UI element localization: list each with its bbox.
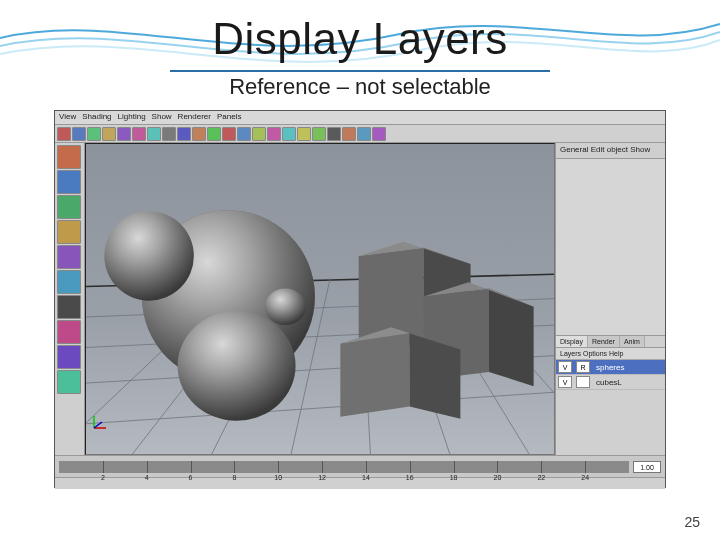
tool-button-5[interactable] (57, 270, 81, 294)
timeline-tick (366, 461, 367, 473)
shelf-button-8[interactable] (177, 127, 191, 141)
shelf-button-13[interactable] (252, 127, 266, 141)
timeline-tick-label: 14 (362, 474, 370, 481)
tab-display[interactable]: Display (556, 336, 588, 347)
timeline-tick (147, 461, 148, 473)
shelf-button-9[interactable] (192, 127, 206, 141)
axis-gizmo (90, 412, 110, 432)
svg-line-30 (94, 422, 102, 428)
timeline-tick (191, 461, 192, 473)
timeline-tick (322, 461, 323, 473)
layer-editor: Display Render Anim Layers Options Help … (556, 335, 665, 455)
shelf-button-6[interactable] (147, 127, 161, 141)
timeline-tick-label: 12 (318, 474, 326, 481)
svg-point-17 (178, 311, 296, 421)
menu-show[interactable]: Show (152, 112, 172, 123)
timeline-tick (454, 461, 455, 473)
timeline-tick-label: 8 (232, 474, 236, 481)
viewport-grid (86, 144, 554, 455)
shelf-button-18[interactable] (327, 127, 341, 141)
layer-reference-toggle[interactable] (576, 376, 590, 388)
shelf-bar (55, 125, 665, 143)
shelf-button-14[interactable] (267, 127, 281, 141)
layer-options-menu[interactable]: Layers Options Help (556, 348, 665, 360)
timeline-tick-label: 16 (406, 474, 414, 481)
shelf-button-10[interactable] (207, 127, 221, 141)
time-slider[interactable]: 24681012141618202224 1.00 (55, 455, 665, 477)
slide-subtitle: Reference – not selectable (0, 74, 720, 100)
shelf-button-1[interactable] (72, 127, 86, 141)
viewport-persp[interactable] (85, 143, 555, 455)
timeline-tick (541, 461, 542, 473)
timeline-tick-label: 18 (450, 474, 458, 481)
timeline-tick-label: 6 (189, 474, 193, 481)
tab-anim[interactable]: Anim (620, 336, 645, 347)
shelf-button-16[interactable] (297, 127, 311, 141)
timeline-tick (497, 461, 498, 473)
svg-point-18 (265, 288, 306, 325)
title-underline (170, 70, 550, 72)
channel-box-panel: General Edit object Show Display Render … (555, 143, 665, 455)
timeline-tick-label: 4 (145, 474, 149, 481)
maya-window: View Shading Lighting Show Renderer Pane… (54, 110, 666, 488)
shelf-button-19[interactable] (342, 127, 356, 141)
timeline-tick (278, 461, 279, 473)
tool-button-1[interactable] (57, 170, 81, 194)
tool-button-6[interactable] (57, 295, 81, 319)
layer-row-spheres[interactable]: V R spheres (556, 360, 665, 375)
timeline-tick (103, 461, 104, 473)
layer-row-cubes[interactable]: V cubesL (556, 375, 665, 390)
timeline-tick (234, 461, 235, 473)
channel-box[interactable] (556, 159, 665, 335)
viewport-menubar: View Shading Lighting Show Renderer Pane… (55, 111, 665, 125)
svg-point-16 (104, 211, 194, 301)
layer-visibility-toggle[interactable]: V (558, 361, 572, 373)
shelf-button-11[interactable] (222, 127, 236, 141)
slide-page-number: 25 (684, 514, 700, 530)
timeline-tick-label: 2 (101, 474, 105, 481)
tool-button-2[interactable] (57, 195, 81, 219)
tool-button-4[interactable] (57, 245, 81, 269)
layer-name-label: spheres (592, 363, 624, 372)
menu-panels[interactable]: Panels (217, 112, 241, 123)
shelf-button-2[interactable] (87, 127, 101, 141)
shelf-button-7[interactable] (162, 127, 176, 141)
menu-lighting[interactable]: Lighting (118, 112, 146, 123)
layer-reference-toggle[interactable]: R (576, 361, 590, 373)
menu-shading[interactable]: Shading (82, 112, 111, 123)
shelf-button-12[interactable] (237, 127, 251, 141)
shelf-button-3[interactable] (102, 127, 116, 141)
shelf-button-17[interactable] (312, 127, 326, 141)
shelf-button-21[interactable] (372, 127, 386, 141)
tool-button-9[interactable] (57, 370, 81, 394)
timeline-tick-label: 24 (581, 474, 589, 481)
timeline-track[interactable]: 24681012141618202224 (59, 461, 629, 473)
timeline-end-field[interactable]: 1.00 (633, 461, 661, 473)
tool-button-0[interactable] (57, 145, 81, 169)
shelf-button-20[interactable] (357, 127, 371, 141)
svg-marker-25 (340, 333, 409, 416)
layer-name-label: cubesL (592, 378, 622, 387)
shelf-button-5[interactable] (132, 127, 146, 141)
menu-renderer[interactable]: Renderer (178, 112, 211, 123)
layer-visibility-toggle[interactable]: V (558, 376, 572, 388)
timeline-tick-label: 10 (274, 474, 282, 481)
tool-button-3[interactable] (57, 220, 81, 244)
tab-render[interactable]: Render (588, 336, 620, 347)
menu-view[interactable]: View (59, 112, 76, 123)
toolbox (55, 143, 85, 455)
tool-button-7[interactable] (57, 320, 81, 344)
shelf-button-0[interactable] (57, 127, 71, 141)
timeline-tick (410, 461, 411, 473)
timeline-tick (585, 461, 586, 473)
slide-title: Display Layers (0, 14, 720, 64)
timeline-tick-label: 20 (494, 474, 502, 481)
sidepanel-header: General Edit object Show (556, 143, 665, 159)
timeline-tick-label: 22 (537, 474, 545, 481)
layer-tabs: Display Render Anim (556, 336, 665, 348)
shelf-button-15[interactable] (282, 127, 296, 141)
shelf-button-4[interactable] (117, 127, 131, 141)
tool-button-8[interactable] (57, 345, 81, 369)
